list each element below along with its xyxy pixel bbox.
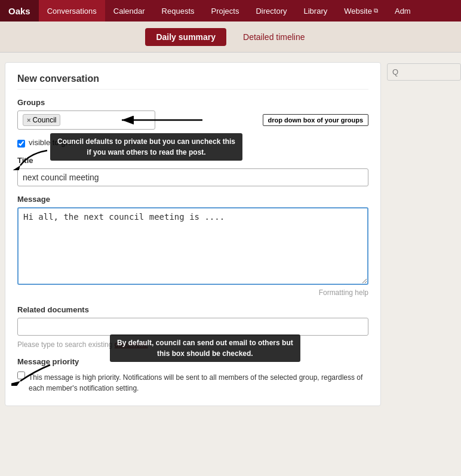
visibility-label: visible to gro: [29, 138, 72, 147]
related-docs-label: Related documents: [17, 305, 368, 314]
sidebar-search-box[interactable]: [387, 63, 461, 81]
nav-item-library[interactable]: Library: [295, 0, 336, 22]
related-docs-help: Please type to search existing document.: [17, 340, 148, 349]
detailed-timeline-button[interactable]: Detailed timeline: [232, 28, 316, 46]
external-link-icon: ⧉: [374, 7, 378, 14]
form-title: New conversation: [17, 73, 368, 90]
visibility-checkbox[interactable]: [17, 140, 25, 148]
nav-item-website[interactable]: Website⧉: [336, 0, 386, 22]
sub-navigation: Daily summary Detailed timeline: [0, 22, 461, 53]
council-tag: × Council: [23, 114, 60, 126]
top-navigation: Oaks Conversations Calendar Requests Pro…: [0, 0, 461, 22]
related-docs-section: Related documents Please type to search …: [17, 305, 368, 349]
priority-description: This message is high priority. Notificat…: [29, 372, 368, 394]
message-section: Message Formatting help: [17, 195, 368, 297]
tag-remove-icon[interactable]: ×: [27, 116, 30, 124]
sidebar-search-input[interactable]: [392, 67, 456, 76]
nav-item-projects[interactable]: Projects: [203, 0, 248, 22]
nav-item-conversations[interactable]: Conversations: [39, 0, 105, 22]
message-label: Message: [17, 195, 368, 204]
sidebar-right: [381, 62, 461, 406]
title-input[interactable]: [17, 168, 368, 186]
groups-annotation: drop down box of your groups: [263, 114, 368, 126]
title-section: Title: [17, 156, 368, 186]
title-label: Title: [17, 156, 368, 165]
priority-label: Message priority: [17, 357, 368, 366]
main-content: New conversation Groups × Council: [0, 53, 461, 406]
priority-section: Message priority This message is high pr…: [17, 357, 368, 394]
formatting-help-link[interactable]: Formatting help: [17, 288, 368, 297]
daily-summary-button[interactable]: Daily summary: [145, 28, 226, 46]
nav-item-calendar[interactable]: Calendar: [105, 0, 153, 22]
related-docs-link[interactable]: document.: [115, 340, 148, 349]
groups-section: Groups × Council: [17, 98, 368, 130]
tag-label: Council: [32, 116, 56, 124]
groups-input[interactable]: × Council: [17, 110, 155, 130]
nav-item-requests[interactable]: Requests: [153, 0, 203, 22]
nav-item-adm[interactable]: Adm: [386, 0, 419, 22]
nav-item-directory[interactable]: Directory: [247, 0, 295, 22]
priority-checkbox[interactable]: [17, 371, 25, 379]
brand-logo: Oaks: [0, 0, 39, 22]
new-conversation-form: New conversation Groups × Council: [5, 62, 381, 406]
message-textarea[interactable]: [17, 207, 368, 285]
related-docs-input[interactable]: [17, 318, 368, 336]
groups-label: Groups: [17, 98, 368, 107]
